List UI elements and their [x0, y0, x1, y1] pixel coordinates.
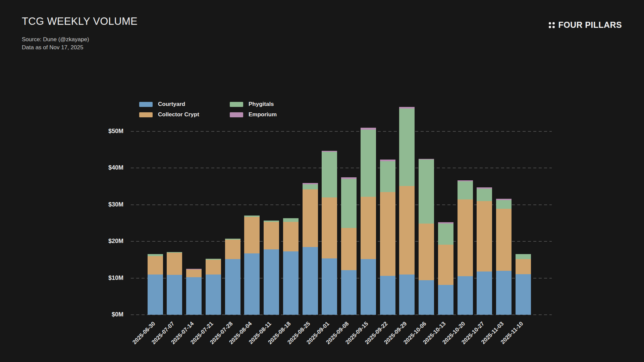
bar-segment-collector-crypt	[419, 224, 434, 281]
bar-segment-phygitals	[225, 239, 240, 240]
bar-segment-emporium	[186, 269, 202, 270]
bar-segment-emporium	[322, 151, 337, 152]
bar-segment-collector-crypt	[458, 199, 473, 276]
bar-segment-collector-crypt	[186, 269, 202, 277]
bar-segment-courtyard	[186, 277, 202, 315]
bar-segment-courtyard	[380, 276, 395, 315]
bar-segment-phygitals	[361, 130, 376, 197]
bar-segment-phygitals	[341, 179, 357, 228]
legend-item-emporium: Emporium	[230, 111, 300, 118]
bar-segment-collector-crypt	[283, 222, 299, 251]
bar-segment-courtyard	[322, 258, 337, 315]
legend: CourtyardCollector CryptPhygitalsEmporiu…	[139, 101, 300, 118]
page: TCG WEEKLY VOLUME Source: Dune (@zkayape…	[0, 0, 644, 362]
legend-item-courtyard: Courtyard	[139, 101, 210, 108]
gridline-$50M	[131, 131, 552, 132]
bar-segment-phygitals	[322, 152, 337, 197]
bar-segment-collector-crypt	[361, 197, 376, 259]
bar-segment-courtyard	[496, 271, 512, 315]
bar-segment-emporium	[380, 160, 395, 161]
bar-segment-collector-crypt	[399, 186, 415, 275]
bar-segment-collector-crypt	[264, 222, 279, 249]
bar-segment-emporium	[438, 222, 453, 223]
bar-segment-phygitals	[167, 252, 182, 253]
bar-segment-phygitals	[496, 200, 512, 209]
y-tick-label: $50M	[87, 128, 123, 135]
bar-segment-phygitals	[380, 161, 395, 192]
legend-item-phygitals: Phygitals	[230, 101, 300, 108]
bar-segment-phygitals	[419, 160, 434, 223]
legend-swatch	[230, 112, 243, 117]
bar-segment-phygitals	[438, 224, 453, 245]
bar-segment-phygitals	[244, 216, 260, 217]
bar-segment-courtyard	[206, 275, 221, 315]
y-tick-label: $10M	[87, 275, 123, 282]
bar-segment-emporium	[341, 177, 357, 179]
bar-segment-phygitals	[458, 181, 473, 200]
bar-segment-courtyard	[419, 280, 434, 315]
legend-swatch	[139, 112, 153, 117]
bar-segment-collector-crypt	[322, 197, 337, 258]
bar-segment-phygitals	[148, 254, 163, 256]
bar-segment-phygitals	[264, 221, 279, 222]
bar-segment-phygitals	[399, 109, 415, 186]
bar-segment-courtyard	[167, 275, 182, 315]
bar-segment-collector-crypt	[244, 217, 260, 253]
bar-segment-phygitals	[283, 218, 299, 222]
bar-segment-collector-crypt	[225, 240, 240, 259]
legend-item-collector-crypt: Collector Crypt	[139, 111, 210, 118]
bar-segment-emporium	[361, 128, 376, 129]
legend-label: Emporium	[249, 111, 277, 118]
bar-segment-courtyard	[399, 275, 415, 315]
bar-segment-phygitals	[303, 184, 318, 189]
bar-segment-courtyard	[283, 251, 299, 315]
legend-label: Collector Crypt	[158, 111, 199, 118]
bar-segment-emporium	[477, 187, 492, 188]
legend-swatch	[230, 102, 243, 107]
stacked-bar-chart: $0M$10M$20M$30M$40M$50M 2025-06-302025-0…	[0, 0, 644, 362]
bar-segment-emporium	[303, 183, 318, 184]
bar-segment-courtyard	[516, 274, 531, 315]
bar-segment-collector-crypt	[380, 192, 395, 276]
bar-segment-courtyard	[477, 272, 492, 315]
legend-label: Phygitals	[249, 101, 274, 108]
bar-segment-collector-crypt	[496, 209, 512, 271]
bar-segment-collector-crypt	[303, 189, 318, 247]
bar-segment-courtyard	[303, 247, 318, 315]
bar-segment-emporium	[399, 107, 415, 109]
bar-segment-collector-crypt	[516, 259, 531, 274]
bar-segment-courtyard	[458, 276, 473, 315]
bar-segment-emporium	[458, 180, 473, 181]
legend-swatch	[139, 102, 153, 107]
bar-segment-collector-crypt	[438, 245, 453, 285]
bar-segment-emporium	[419, 159, 434, 160]
bar-segment-courtyard	[244, 253, 260, 315]
bar-segment-collector-crypt	[148, 256, 163, 275]
gridline-$40M	[131, 168, 552, 168]
bar-segment-courtyard	[225, 259, 240, 315]
bar-segment-phygitals	[206, 259, 221, 260]
y-tick-label: $30M	[87, 201, 123, 208]
legend-label: Courtyard	[158, 101, 185, 108]
bar-segment-collector-crypt	[206, 260, 221, 275]
bar-segment-collector-crypt	[477, 201, 492, 272]
y-tick-label: $40M	[87, 164, 123, 171]
bar-segment-courtyard	[341, 270, 357, 315]
bar-segment-courtyard	[148, 275, 163, 315]
bar-segment-emporium	[496, 199, 512, 200]
bar-segment-courtyard	[438, 285, 453, 315]
bar-segment-collector-crypt	[167, 253, 182, 275]
bar-segment-phygitals	[516, 254, 531, 259]
y-tick-label: $20M	[87, 238, 123, 245]
bar-segment-courtyard	[361, 259, 376, 315]
bar-segment-collector-crypt	[341, 228, 357, 270]
bar-segment-phygitals	[477, 189, 492, 201]
y-tick-label: $0M	[87, 311, 123, 318]
bar-segment-courtyard	[264, 249, 279, 315]
